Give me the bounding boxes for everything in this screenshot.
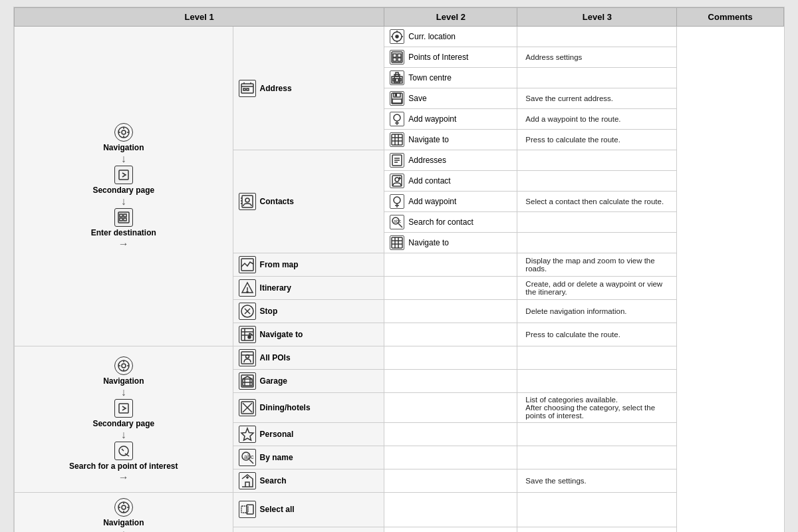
level2-label: Contacts	[260, 197, 294, 206]
level3-label: Points of Interest	[408, 53, 468, 62]
level3-icon	[390, 29, 404, 44]
level2-cell: All POIs	[233, 346, 384, 370]
svg-rect-42	[392, 134, 402, 145]
level3-icon	[390, 50, 404, 65]
level2-icon	[239, 472, 256, 489]
comment-cell	[517, 171, 677, 192]
svg-point-60	[394, 197, 400, 203]
level3-cell	[384, 469, 517, 493]
level3-cell: Curr. location	[384, 27, 517, 47]
svg-rect-9	[124, 214, 126, 217]
level2-label: Itinerary	[260, 283, 291, 293]
svg-marker-108	[241, 428, 253, 440]
level3-cell: Add waypoint	[384, 192, 517, 212]
level3-cell: Town centre	[384, 68, 517, 88]
level2-label: All POIs	[260, 353, 291, 362]
level2-cell: Stop	[233, 300, 384, 323]
level2-icon	[239, 279, 256, 297]
level2-cell: Itinerary	[233, 277, 384, 300]
svg-point-86	[122, 364, 126, 368]
level2-label: Navigate to	[260, 330, 303, 339]
svg-rect-28	[398, 58, 401, 61]
comment-cell	[517, 370, 677, 393]
level3-icon	[390, 174, 404, 188]
svg-rect-27	[393, 58, 396, 61]
svg-rect-34	[396, 78, 398, 82]
svg-rect-8	[120, 214, 122, 217]
nav-icon	[114, 442, 133, 460]
nav-icon	[114, 356, 133, 375]
header-level2: Level 2	[384, 8, 517, 27]
page-container: Level 1 Level 2 Level 3 Comments	[13, 7, 785, 532]
svg-point-19	[396, 35, 398, 38]
level3-cell: Add contact	[384, 171, 517, 192]
nav-icon	[114, 399, 133, 418]
comment-cell	[517, 212, 677, 233]
comment-cell	[517, 68, 677, 88]
level2-cell: Navigate to	[233, 323, 384, 346]
level3-icon	[390, 235, 404, 250]
level3-cell	[384, 346, 517, 370]
level3-icon	[390, 91, 404, 106]
level3-label: Add contact	[408, 176, 450, 186]
level3-cell	[384, 323, 517, 346]
table-row: Navigation ↓ Secondary page ↓	[15, 27, 784, 47]
level2-cell: Select all	[233, 493, 384, 527]
level3-cell	[384, 277, 517, 300]
svg-rect-91	[119, 404, 128, 413]
level3-label: Navigate to	[408, 238, 449, 247]
level3-label: Save	[408, 94, 426, 103]
nav-label: Secondary page	[92, 419, 154, 428]
header-level3: Level 3	[517, 8, 677, 27]
svg-point-48	[245, 198, 249, 202]
level2-cell: Dining/hotels	[233, 393, 384, 423]
svg-rect-11	[124, 218, 126, 221]
level2-label: Select all	[260, 505, 295, 514]
level2-icon	[239, 501, 256, 518]
comment-cell: Delete navigation information.	[517, 300, 677, 323]
svg-text:abc: abc	[244, 454, 254, 460]
nav-label: Secondary page	[92, 186, 154, 195]
comment-cell: List of categories available.After choos…	[517, 393, 677, 423]
level3-cell: Points of Interest	[384, 47, 517, 68]
svg-point-39	[394, 114, 400, 121]
level2-label: From map	[260, 260, 299, 269]
level3-cell: Navigate to	[384, 233, 517, 253]
level2-icon	[239, 372, 256, 390]
level2-label: Dining/hotels	[260, 403, 311, 412]
level2-cell: Garage	[233, 370, 384, 393]
address-icon	[239, 80, 256, 97]
level2-cell: Personal	[233, 423, 384, 446]
svg-line-94	[122, 449, 124, 451]
nav-label: Navigation	[103, 518, 144, 527]
nav-label: Enter destination	[91, 228, 156, 237]
svg-rect-25	[393, 54, 396, 57]
level2-icon	[239, 326, 256, 343]
svg-rect-10	[120, 218, 122, 221]
level3-cell	[384, 446, 517, 469]
svg-point-74	[247, 291, 248, 293]
nav-icon	[114, 498, 133, 517]
comment-cell: Address settings	[517, 47, 677, 68]
level3-label: Navigate to	[408, 135, 449, 144]
comment-cell	[517, 423, 677, 446]
level2-label: By name	[260, 453, 293, 462]
nav-label: Search for a point of interest	[69, 462, 178, 471]
svg-rect-26	[398, 54, 401, 57]
level2-cell: Delete	[233, 527, 384, 532]
svg-point-1	[122, 130, 126, 134]
level3-cell: Navigate to	[384, 130, 517, 150]
level3-cell: Add waypoint	[384, 109, 517, 130]
svg-rect-37	[395, 94, 397, 96]
comment-cell: Display the map and zoom to view the roa…	[517, 253, 677, 277]
level3-icon	[390, 132, 404, 147]
svg-line-64	[398, 223, 402, 227]
level2-cell: abc By name	[233, 446, 384, 469]
svg-rect-17	[247, 88, 249, 90]
level2-label: Personal	[260, 430, 294, 439]
level3-cell: abc Search for contact	[384, 212, 517, 233]
level1-section3: Navigation ↓ Secondary page ↓	[15, 493, 233, 533]
level3-cell	[384, 527, 517, 532]
nav-label: Navigation	[103, 376, 144, 386]
level2-label: Address	[260, 84, 292, 93]
